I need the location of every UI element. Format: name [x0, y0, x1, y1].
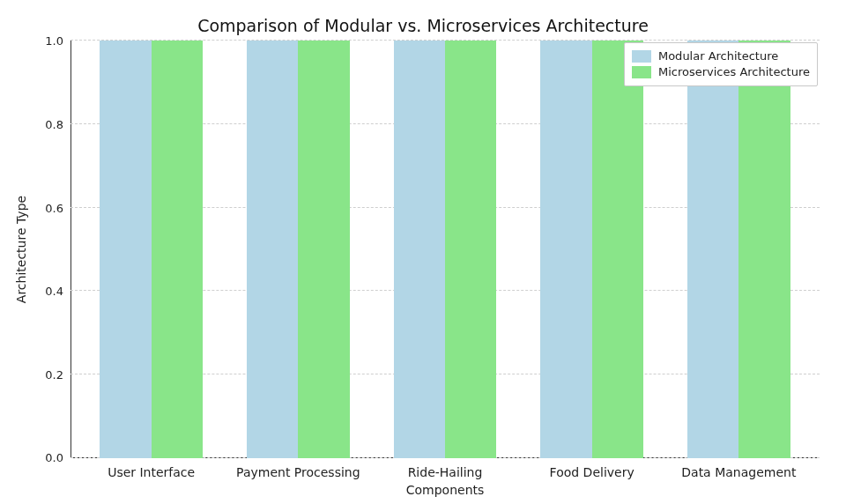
x-tick-label: User Interface: [108, 458, 195, 479]
legend-label: Microservices Architecture: [658, 64, 810, 80]
y-tick-label: 1.0: [0, 34, 63, 48]
chart-figure: Comparison of Modular vs. Microservices …: [0, 0, 846, 504]
y-tick-label: 0.0: [0, 451, 63, 464]
legend-swatch-modular: [632, 50, 651, 63]
bar-microservices: [592, 41, 643, 458]
bar-modular: [540, 41, 591, 458]
legend: Modular Architecture Microservices Archi…: [624, 42, 818, 86]
bar-modular: [687, 41, 738, 458]
legend-swatch-microservices: [632, 66, 651, 78]
x-tick-label: Data Management: [681, 458, 796, 479]
bar-microservices: [298, 41, 349, 458]
y-tick-label: 0.4: [0, 285, 63, 298]
bar-modular: [100, 41, 151, 458]
legend-label: Modular Architecture: [658, 48, 778, 64]
chart-title: Comparison of Modular vs. Microservices …: [0, 16, 846, 35]
x-tick-label: Ride-Hailing: [408, 458, 483, 479]
bar-microservices: [738, 41, 790, 458]
x-axis-label: Components: [406, 483, 485, 497]
y-axis-spine: [70, 41, 71, 458]
legend-item: Microservices Architecture: [632, 64, 810, 80]
y-tick-label-group: 0.0 0.2 0.4 0.6 0.8 1.0: [0, 41, 70, 458]
bar-microservices: [152, 41, 203, 458]
y-tick-label: 0.6: [0, 201, 63, 214]
x-tick-label: Food Delivery: [550, 458, 634, 479]
bar-modular: [394, 41, 445, 458]
plot-area: User Interface Payment Processing Ride-H…: [70, 41, 820, 458]
y-tick-label: 0.8: [0, 117, 63, 130]
x-tick-label: Payment Processing: [236, 458, 360, 479]
legend-item: Modular Architecture: [632, 48, 810, 64]
bar-microservices: [445, 41, 496, 458]
bar-modular: [247, 41, 298, 458]
y-tick-label: 0.2: [0, 368, 63, 382]
